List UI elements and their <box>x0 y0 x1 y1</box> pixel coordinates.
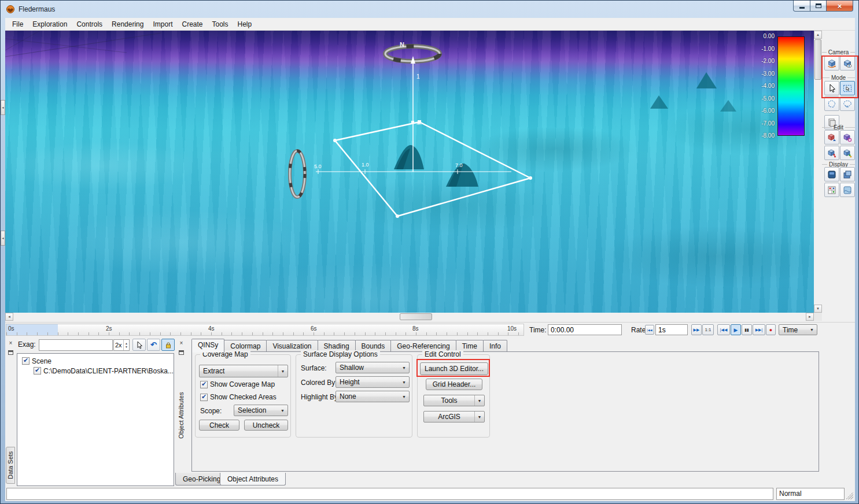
spinner-arrows[interactable]: ▲ ▼ <box>123 340 129 350</box>
tree-row-scene[interactable]: ✔ Scene <box>19 356 172 366</box>
display-grid-button[interactable] <box>824 183 839 197</box>
time-label: Time: <box>529 326 547 334</box>
display-layers-button[interactable] <box>840 167 855 181</box>
scroll-down-button[interactable]: ▼ <box>814 305 822 313</box>
rate-reset-button[interactable]: |◀◀ <box>645 325 654 335</box>
scroll-right-button[interactable]: ► <box>806 313 814 321</box>
menu-tools[interactable]: Tools <box>208 18 233 30</box>
menu-create[interactable]: Create <box>177 18 207 30</box>
record-button[interactable]: ● <box>766 324 776 335</box>
tree-row-dataset[interactable]: ✔ C:\DemoData\CLIENT-PARTNER\Boska... <box>19 366 172 376</box>
spin-down-icon[interactable]: ▼ <box>125 345 128 349</box>
display-solid-button[interactable] <box>824 167 839 181</box>
menu-exploration[interactable]: Exploration <box>28 18 72 30</box>
scroll-up-button[interactable]: ▲ <box>814 31 822 39</box>
tab-qinsy[interactable]: QINSy <box>191 339 224 353</box>
mode-explore-button[interactable] <box>824 81 839 95</box>
camera-look-button[interactable] <box>840 56 855 71</box>
mode-polygon-select-button[interactable] <box>824 97 839 111</box>
menu-import[interactable]: Import <box>148 18 177 30</box>
minimize-button[interactable] <box>793 1 810 12</box>
left-splitter-handle-bottom[interactable]: ◄ <box>1 231 5 246</box>
menu-controls[interactable]: Controls <box>72 18 107 30</box>
tab-object-attributes[interactable]: Object Attributes <box>220 473 286 486</box>
camera-orbit-button[interactable] <box>824 56 839 71</box>
axis-tick-label: 1.0 <box>362 162 369 168</box>
pause-button[interactable]: ▮▮ <box>742 324 752 335</box>
edit-vertices-button[interactable] <box>824 146 839 160</box>
mode-rect-select-button[interactable] <box>840 81 855 95</box>
resize-grip[interactable] <box>846 492 853 499</box>
display-texture-button[interactable] <box>840 183 855 197</box>
timeline-ruler[interactable]: 0s 2s 4s 6s 8s 10s <box>6 324 524 336</box>
menu-help[interactable]: Help <box>233 18 257 30</box>
tools-dropdown[interactable]: Tools ▼ <box>423 395 485 406</box>
attributes-float-button[interactable] <box>178 349 185 356</box>
maximize-button[interactable] <box>810 1 827 12</box>
dataset-label[interactable]: C:\DemoData\CLIENT-PARTNER\Boska... <box>43 367 174 375</box>
timeline-mode-dropdown[interactable]: Time ▼ <box>779 324 817 335</box>
scene-viewport[interactable]: N 1 M. 5.0 1.0 7. <box>5 31 814 313</box>
show-coverage-row[interactable]: ✔ Show Coverage Map <box>200 380 275 388</box>
dataset-checkbox[interactable]: ✔ <box>34 367 41 375</box>
tab-info[interactable]: Info <box>483 340 507 353</box>
scene-label[interactable]: Scene <box>32 357 51 365</box>
status-message-field[interactable] <box>6 488 773 500</box>
chevron-down-icon: ▼ <box>474 412 484 422</box>
mode-lasso-select-button[interactable] <box>840 97 855 111</box>
grid-header-button[interactable]: Grid Header... <box>426 379 482 390</box>
render-mode-field[interactable]: Normal <box>776 488 845 500</box>
undo-view-button[interactable]: ↶ <box>147 339 160 351</box>
minimize-icon <box>799 7 805 9</box>
selection-polygon[interactable] <box>333 120 532 218</box>
datasets-dock-tab[interactable]: Data Sets <box>6 447 15 484</box>
title-bar[interactable]: Fledermaus × <box>1 1 858 18</box>
edit-rotate-button[interactable] <box>840 130 855 144</box>
pick-tool-button[interactable] <box>132 339 146 351</box>
datasets-float-button[interactable] <box>7 349 14 356</box>
lock-view-button[interactable] <box>161 339 175 351</box>
rotation-ring-widget[interactable] <box>290 151 305 197</box>
close-button[interactable]: × <box>827 1 853 12</box>
skip-to-end-button[interactable]: ▶▶| <box>753 324 765 335</box>
show-checked-checkbox[interactable]: ✔ <box>200 394 208 401</box>
scale-spinner[interactable]: 2x ▲ ▼ <box>113 339 130 351</box>
skip-start-icon: |◀◀ <box>720 328 728 332</box>
surface-dropdown[interactable]: Shallow ▼ <box>336 362 410 373</box>
launch-3d-editor-label: Launch 3D Editor... <box>425 365 484 373</box>
left-splitter-handle-top[interactable]: ◄ <box>1 100 5 115</box>
show-checked-row[interactable]: ✔ Show Checked Areas <box>200 393 276 401</box>
realtime-rate-button[interactable]: 1:1 <box>702 324 714 335</box>
scroll-left-button[interactable]: ◄ <box>5 313 13 321</box>
viewport-horizontal-scrollbar[interactable]: ◄ ► <box>5 313 814 321</box>
colored-by-dropdown[interactable]: Height ▼ <box>336 376 410 388</box>
skip-to-start-button[interactable]: |◀◀ <box>717 324 730 335</box>
time-value-field[interactable] <box>548 324 622 335</box>
arcgis-dropdown[interactable]: ArcGIS ▼ <box>423 411 485 423</box>
scene-tree[interactable]: ✔ Scene ✔ C:\DemoData\CLIENT-PARTNER\Bos… <box>17 353 174 486</box>
attributes-close-button[interactable]: × <box>178 339 185 347</box>
play-button[interactable]: ▶ <box>731 324 741 335</box>
launch-3d-editor-button[interactable]: Launch 3D Editor... <box>420 362 488 375</box>
scope-dropdown[interactable]: Selection ▼ <box>234 405 288 416</box>
menu-file[interactable]: File <box>8 18 28 30</box>
horizontal-scroll-thumb[interactable] <box>400 313 432 320</box>
show-coverage-checkbox[interactable]: ✔ <box>200 381 208 388</box>
exag-input[interactable] <box>39 339 113 351</box>
edit-translate-button[interactable] <box>824 130 839 144</box>
fast-forward-button[interactable]: ▶▶ <box>691 324 702 335</box>
vertical-scroll-thumb[interactable] <box>814 39 821 80</box>
uncheck-button[interactable]: Uncheck <box>244 420 288 431</box>
rate-value-field[interactable] <box>655 324 688 335</box>
menu-rendering[interactable]: Rendering <box>107 18 148 30</box>
highlight-by-dropdown[interactable]: None ▼ <box>336 391 410 402</box>
timeline-bar: 0s 2s 4s 6s 8s 10s Time: Rate: |◀◀ ▶▶ 1:… <box>5 322 855 336</box>
scene-checkbox[interactable]: ✔ <box>22 357 30 365</box>
viewport-vertical-scrollbar[interactable]: ▲ ▼ <box>814 31 822 313</box>
check-button[interactable]: Check <box>199 420 239 431</box>
extract-dropdown[interactable]: Extract ▼ <box>199 365 288 377</box>
edit-attach-button[interactable] <box>840 146 855 160</box>
edit-control-group: Edit Control Launch 3D Editor... Grid He… <box>417 354 490 438</box>
legend-label: -7.00 <box>746 121 775 127</box>
datasets-close-button[interactable]: × <box>7 339 14 347</box>
